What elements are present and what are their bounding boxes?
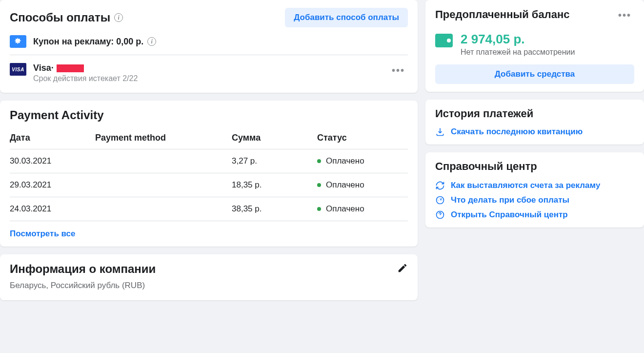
payment-card-row: VISA Visa · Срок действия истекает 2/22 … [10, 55, 408, 85]
card-separator: · [51, 63, 54, 73]
meter-icon [435, 195, 445, 205]
payment-methods-title: Способы оплаты [10, 11, 110, 24]
col-header-amount: Сумма [232, 128, 317, 149]
add-payment-method-button[interactable]: Добавить способ оплаты [285, 8, 408, 27]
balance-amount: 2 974,05 р. [461, 32, 575, 47]
ad-coupon-row: Купон на рекламу: 0,00 р. i [10, 27, 408, 55]
cell-status: Оплачено [326, 180, 364, 190]
cell-method [95, 149, 232, 173]
cell-status: Оплачено [326, 156, 364, 166]
info-icon[interactable]: i [147, 37, 156, 46]
prepaid-balance-card: Предоплаченный баланс ••• 2 974,05 р. Не… [425, 0, 644, 92]
card-number-redacted [57, 64, 84, 72]
company-info-card: Информация о компании Беларусь, Российск… [0, 254, 418, 300]
cell-date: 29.03.2021 [10, 173, 95, 197]
col-header-date: Дата [10, 128, 95, 149]
help-link-row: Как выставляются счета за рекламу [435, 181, 634, 190]
payment-activity-title: Payment Activity [10, 108, 408, 122]
card-more-icon[interactable]: ••• [389, 63, 408, 78]
status-dot-icon [317, 183, 321, 187]
table-row[interactable]: 24.03.2021 38,35 р. Оплачено [10, 197, 408, 221]
company-detail: Беларусь, Российский рубль (RUB) [10, 281, 408, 291]
cell-status: Оплачено [326, 204, 364, 214]
cell-date: 30.03.2021 [10, 149, 95, 173]
col-header-method: Payment method [95, 128, 232, 149]
payment-activity-card: Payment Activity Дата Payment method Сум… [0, 101, 418, 247]
payment-activity-table: Дата Payment method Сумма Статус 30.03.2… [10, 128, 408, 221]
card-expiry-label: Срок действия истекает 2/22 [33, 74, 389, 83]
help-billing-link[interactable]: Как выставляются счета за рекламу [451, 181, 600, 190]
download-icon [435, 127, 445, 137]
add-funds-button[interactable]: Добавить средства [435, 64, 634, 84]
help-center-title: Справочный центр [435, 160, 634, 173]
cell-method [95, 197, 232, 221]
payment-history-title: История платежей [435, 107, 634, 120]
edit-icon[interactable] [397, 263, 408, 275]
col-header-status: Статус [317, 128, 408, 149]
cell-method [95, 173, 232, 197]
cell-amount: 3,27 р. [232, 149, 317, 173]
refresh-icon [435, 181, 445, 190]
company-info-title: Информация о компании [10, 262, 156, 276]
help-open-link[interactable]: Открыть Справочный центр [451, 210, 568, 220]
balance-pending-label: Нет платежей на рассмотрении [461, 48, 575, 57]
help-center-card: Справочный центр Как выставляются счета … [425, 152, 644, 228]
status-dot-icon [317, 159, 321, 163]
info-icon[interactable]: i [114, 13, 123, 22]
wallet-icon [435, 34, 453, 47]
table-row[interactable]: 30.03.2021 3,27 р. Оплачено [10, 149, 408, 173]
help-link-row: Открыть Справочный центр [435, 210, 634, 220]
coupon-icon [10, 35, 26, 48]
cell-date: 24.03.2021 [10, 197, 95, 221]
coupon-label: Купон на рекламу: 0,00 р. [33, 37, 143, 47]
download-receipt-link[interactable]: Скачать последнюю квитанцию [451, 127, 634, 137]
view-all-link[interactable]: Посмотреть все [10, 229, 76, 239]
status-dot-icon [317, 207, 321, 211]
question-icon [435, 210, 445, 220]
balance-more-icon[interactable]: ••• [615, 8, 634, 23]
table-row[interactable]: 29.03.2021 18,35 р. Оплачено [10, 173, 408, 197]
card-brand-label: Visa [33, 63, 51, 73]
help-link-row: Что делать при сбое оплаты [435, 195, 634, 205]
prepaid-balance-title: Предоплаченный баланс [435, 8, 569, 21]
payment-methods-card: Способы оплаты i Добавить способ оплаты … [0, 0, 418, 93]
visa-icon: VISA [10, 63, 26, 76]
cell-amount: 38,35 р. [232, 197, 317, 221]
payment-history-card: История платежей Скачать последнюю квита… [425, 100, 644, 145]
cell-amount: 18,35 р. [232, 173, 317, 197]
help-failure-link[interactable]: Что делать при сбое оплаты [451, 195, 569, 205]
